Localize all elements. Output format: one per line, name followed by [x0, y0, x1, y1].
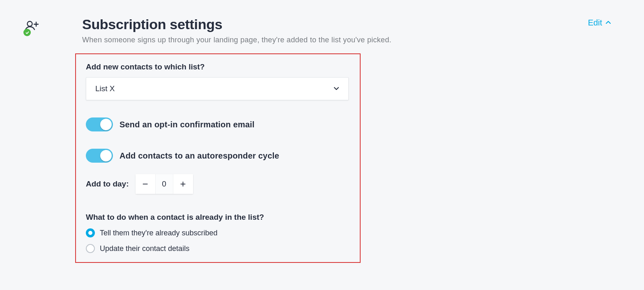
autoresponder-toggle-label: Add contacts to an autoresponder cycle: [120, 151, 279, 161]
chevron-down-icon: [334, 84, 339, 93]
list-select-value: List X: [95, 84, 115, 93]
day-increment-button[interactable]: +: [173, 174, 193, 194]
radio-label-update: Update their contact details: [100, 244, 189, 253]
checkmark-badge-icon: [23, 29, 31, 36]
radio-option-update[interactable]: Update their contact details: [86, 244, 350, 253]
page-subtitle: When someone signs up through your landi…: [82, 36, 391, 44]
optin-toggle[interactable]: [86, 117, 113, 131]
list-select-label: Add new contacts to which list?: [86, 62, 350, 71]
radio-label-tell: Tell them they're already subscribed: [100, 229, 218, 237]
radio-option-tell[interactable]: Tell them they're already subscribed: [86, 228, 350, 237]
chevron-up-icon: [605, 18, 611, 28]
radio-icon: [86, 228, 95, 237]
page-title: Subscription settings: [82, 16, 391, 32]
day-spinner-label: Add to day:: [86, 180, 129, 189]
day-value: 0: [155, 174, 173, 194]
edit-toggle-button[interactable]: Edit: [588, 18, 611, 28]
optin-toggle-label: Send an opt-in confirmation email: [120, 120, 255, 129]
list-select-dropdown[interactable]: List X: [86, 77, 349, 100]
settings-highlight-box: Add new contacts to which list? List X S…: [75, 53, 361, 263]
existing-contact-heading: What to do when a contact is already in …: [86, 213, 350, 222]
day-decrement-button[interactable]: −: [136, 174, 155, 194]
edit-label: Edit: [588, 18, 602, 28]
section-status-icon: [25, 21, 41, 37]
autoresponder-toggle[interactable]: [86, 149, 113, 163]
radio-icon: [86, 244, 95, 253]
day-spinner: − 0 +: [136, 174, 193, 194]
svg-point-0: [28, 21, 32, 26]
